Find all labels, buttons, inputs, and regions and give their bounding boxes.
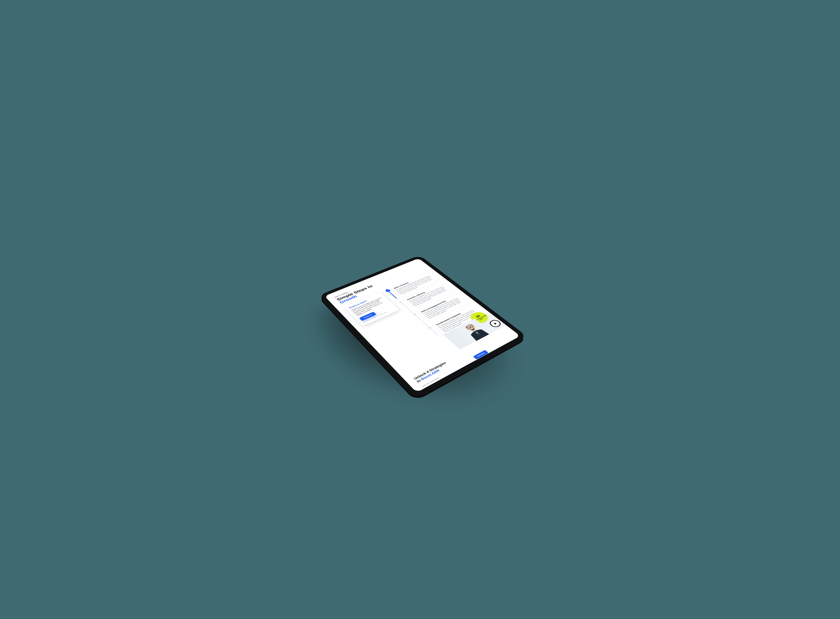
play-video-button[interactable]: [488, 318, 503, 328]
subscribe-title-b: to: [416, 378, 423, 383]
hero-avatar: [448, 318, 493, 347]
step-2-badge: 2: [398, 301, 404, 304]
svg-rect-0: [456, 318, 493, 342]
svg-point-1: [464, 323, 477, 332]
steps-timeline: 1 Make a Decision Is the status-quo acce…: [384, 271, 487, 341]
stamp-number: 24: [475, 314, 481, 318]
subscribe-title-a: Unlock 4 Strategies: [413, 361, 447, 380]
person-icon: [456, 318, 493, 342]
svg-rect-3: [476, 332, 482, 337]
svg-rect-2: [471, 328, 476, 332]
svg-point-5: [470, 325, 474, 328]
subscribe-button[interactable]: Subscribe: [473, 350, 489, 359]
subscribe-title-c: Boost ARR: [420, 368, 440, 381]
step-4-badge: 4: [427, 326, 433, 330]
stamp-caption: Years of delivering SaaS growth: [473, 314, 488, 323]
svg-line-6: [470, 327, 470, 327]
svg-point-4: [467, 326, 471, 329]
